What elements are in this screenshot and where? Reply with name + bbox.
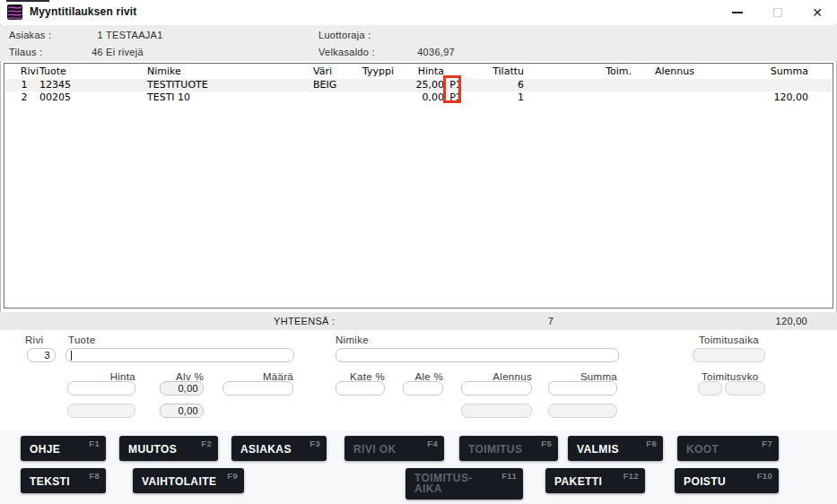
fkey-label: F6 [646, 439, 657, 448]
table-header-row: Rivi Tuote Nimike Väri Tyyppi Hinta Tila… [4, 65, 833, 78]
col-header-alennus: Alennus [623, 65, 694, 78]
window-title: Myyntitilauksen rivit [30, 5, 137, 18]
minimize-icon [732, 12, 743, 13]
close-button[interactable]: ✕ [802, 0, 833, 24]
col-header-tilattu: Tilattu [470, 65, 524, 78]
hinta-input[interactable] [67, 381, 135, 395]
nimike-input[interactable] [336, 348, 619, 362]
asiakas-name: TESTAAJA1 [106, 30, 163, 41]
cell-vari: BEIG [313, 79, 360, 91]
cell-nimike: TESTITUOTE [147, 79, 309, 91]
cell-tilattu: 6 [470, 79, 524, 91]
rivi-ok-button: RIVI OKF4 [344, 436, 444, 461]
nimike-label: Nimike [336, 335, 369, 345]
tuote-label: Tuote [68, 335, 95, 345]
cell-tilattu: 1 [470, 91, 524, 104]
maara-input[interactable] [222, 381, 293, 395]
ohje-button[interactable]: OHJEF1 [21, 436, 106, 461]
line-entry-form: Rivi Tuote Nimike Toimitusaika 3 Hinta A… [0, 330, 837, 430]
fkey-label: F4 [427, 439, 438, 448]
luottoraja-label: Luottoraja : [318, 30, 371, 41]
ale-input[interactable] [403, 381, 443, 395]
asiakas-number: 1 [54, 30, 103, 41]
fkey-label: F11 [501, 471, 517, 481]
cell-tuote: 12345 [39, 79, 138, 91]
tilaus-label: Tilaus : [9, 47, 42, 58]
asiakas-label: Asiakas : [9, 30, 51, 41]
toimitusvko-input-2 [725, 381, 765, 395]
summa-input-2 [548, 404, 617, 418]
alennus-input-2 [461, 404, 532, 418]
toimitusaika-button: TOIMITUS-AIKAF11 [405, 468, 523, 500]
fkey-label: F10 [757, 471, 772, 481]
close-icon: ✕ [812, 5, 823, 20]
velkasaldo-value: 4036,97 [377, 47, 455, 58]
app-window: Myyntitilauksen rivit ✕ Asiakas : 1 TEST… [0, 0, 837, 504]
rivi-label: Rivi [25, 335, 43, 345]
maximize-icon [773, 8, 782, 17]
tilaus-number: 46 [54, 47, 103, 58]
cell-hinta: 25,00 [377, 79, 444, 91]
col-header-hinta: Hinta [377, 65, 444, 78]
cell-summa: 120,00 [737, 91, 808, 104]
background-artifact [6, 0, 49, 2]
tilaus-info: Ei rivejä [106, 47, 144, 58]
table-row[interactable]: 1 12345 TESTITUOTE BEIG 25,00 P1 6 [4, 79, 833, 91]
col-header-rivi: Rivi [13, 65, 39, 78]
totals-band: YHTEENSÄ : 7 120,00 [0, 312, 837, 330]
total-label: YHTEENSÄ : [274, 315, 335, 327]
kate-input[interactable] [336, 381, 385, 395]
toimitusaika-label: Toimitusaika [699, 335, 759, 345]
cell-summa [737, 79, 808, 91]
cell-rivi: 1 [13, 79, 35, 91]
total-quantity: 7 [527, 315, 574, 327]
paketti-button[interactable]: PAKETTIF12 [545, 468, 645, 493]
fkey-label: F12 [623, 471, 639, 481]
toimitusvko-input-1 [698, 381, 722, 395]
fkey-label: F9 [227, 471, 238, 481]
alv-input[interactable]: 0,00 [160, 381, 204, 395]
teksti-button[interactable]: TEKSTIF8 [21, 468, 106, 493]
minimize-button[interactable] [722, 0, 753, 24]
velkasaldo-label: Velkasaldo : [318, 47, 375, 58]
asiakas-button[interactable]: ASIAKASF3 [231, 436, 327, 461]
toimitus-button: TOIMITUSF5 [459, 436, 558, 461]
function-button-bar: OHJEF1 MUUTOSF2 ASIAKASF3 RIVI OKF4 TOIM… [0, 430, 837, 504]
fkey-label: F8 [89, 471, 100, 481]
summa-input[interactable] [548, 381, 617, 395]
hinta-input-2 [67, 404, 135, 418]
col-header-summa: Summa [737, 65, 808, 78]
col-header-vari: Väri [313, 65, 360, 78]
annotation-highlight-box [443, 75, 461, 103]
cell-vari [313, 91, 360, 104]
poistu-button[interactable]: POISTUF10 [675, 468, 779, 493]
text-cursor [71, 351, 72, 361]
cell-hinta: 0,00 [377, 91, 444, 104]
cell-tuote: 00205 [39, 91, 138, 104]
alv-input-2[interactable]: 0,00 [160, 404, 204, 418]
order-info-band: Asiakas : 1 TESTAAJA1 Luottoraja : Tilau… [0, 25, 837, 61]
fkey-label: F3 [310, 439, 320, 448]
valmis-button[interactable]: VALMISF6 [568, 436, 663, 461]
col-header-tuote: Tuote [39, 65, 138, 78]
alennus-input[interactable] [461, 381, 532, 395]
tuote-input[interactable] [65, 348, 294, 362]
rivi-input[interactable]: 3 [27, 348, 56, 362]
col-header-nimike: Nimike [147, 65, 309, 78]
cell-rivi: 2 [13, 91, 35, 104]
table-row[interactable]: 2 00205 TESTI 10 0,00 P1 1 120,00 [4, 91, 833, 104]
maximize-button[interactable] [763, 0, 793, 24]
vaihtolaite-button[interactable]: VAIHTOLAITEF9 [133, 468, 244, 493]
toimitusaika-input [693, 348, 765, 362]
luottoraja-value [377, 30, 455, 41]
total-sum: 120,00 [736, 315, 807, 327]
app-logo-icon [7, 4, 22, 20]
cell-nimike: TESTI 10 [147, 91, 309, 104]
muutos-button[interactable]: MUUTOSF2 [119, 436, 218, 461]
order-lines-table: Rivi Tuote Nimike Väri Tyyppi Hinta Tila… [4, 63, 833, 308]
koot-button: KOOTF7 [677, 436, 779, 461]
fkey-label: F1 [89, 439, 100, 448]
fkey-label: F2 [201, 439, 212, 448]
fkey-label: F7 [762, 439, 772, 448]
fkey-label: F5 [541, 439, 552, 448]
